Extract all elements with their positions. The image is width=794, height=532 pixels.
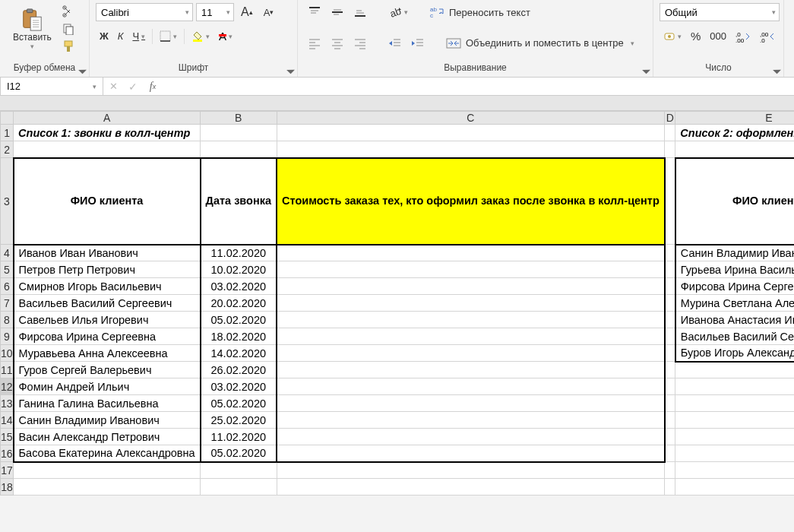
decrease-indent-button[interactable] bbox=[384, 35, 406, 52]
row-header-13[interactable]: 13 bbox=[1, 395, 14, 412]
accounting-format-button[interactable] bbox=[660, 28, 685, 45]
row-header-3[interactable]: 3 bbox=[1, 158, 14, 245]
cell[interactable]: 05.02.2020 bbox=[201, 395, 277, 412]
row-header-2[interactable]: 2 bbox=[1, 141, 14, 158]
bold-button[interactable]: Ж bbox=[96, 28, 112, 44]
cell[interactable] bbox=[277, 295, 665, 312]
cell[interactable] bbox=[201, 141, 277, 158]
font-name-combo[interactable]: Calibri bbox=[96, 3, 193, 21]
row-header-16[interactable]: 16 bbox=[1, 445, 14, 462]
cell[interactable] bbox=[665, 362, 675, 378]
cell[interactable]: 11.02.2020 bbox=[201, 429, 277, 445]
cell[interactable] bbox=[277, 429, 665, 445]
cell[interactable]: 20.02.2020 bbox=[201, 295, 277, 312]
cell[interactable] bbox=[277, 378, 665, 395]
cell[interactable]: Санин Владимир Иванович bbox=[675, 245, 794, 261]
cell[interactable] bbox=[201, 462, 277, 479]
cell[interactable] bbox=[665, 278, 675, 295]
row-header-18[interactable]: 18 bbox=[1, 479, 14, 496]
cell[interactable] bbox=[665, 328, 675, 345]
cell[interactable]: Гуров Сергей Валерьевич bbox=[14, 362, 201, 378]
cell[interactable] bbox=[665, 261, 675, 278]
cell[interactable]: Васильев Василий Сергеевич bbox=[675, 328, 794, 345]
cell[interactable]: Иванова Анастасия Игоревна bbox=[675, 312, 794, 328]
cell[interactable]: 10.02.2020 bbox=[201, 261, 277, 278]
cell[interactable]: 25.02.2020 bbox=[201, 412, 277, 429]
cell[interactable]: 03.02.2020 bbox=[201, 378, 277, 395]
cell[interactable]: 26.02.2020 bbox=[201, 362, 277, 378]
cell[interactable]: Стоимость заказа тех, кто оформил заказ … bbox=[277, 158, 665, 245]
col-header-A[interactable]: A bbox=[14, 112, 201, 125]
cell[interactable] bbox=[675, 412, 794, 429]
cell[interactable] bbox=[665, 345, 675, 362]
cell[interactable]: 05.02.2020 bbox=[201, 445, 277, 462]
row-header-7[interactable]: 7 bbox=[1, 295, 14, 312]
cell[interactable]: ФИО клиента bbox=[14, 158, 201, 245]
select-all-corner[interactable] bbox=[1, 112, 14, 125]
row-header-10[interactable]: 10 bbox=[1, 345, 14, 362]
font-color-button[interactable]: A bbox=[215, 27, 236, 45]
borders-button[interactable] bbox=[156, 28, 181, 44]
align-left-button[interactable] bbox=[304, 35, 325, 52]
cell[interactable] bbox=[665, 312, 675, 328]
cell[interactable] bbox=[665, 429, 675, 445]
cell[interactable]: Васин Александр Петрович bbox=[14, 429, 201, 445]
fill-color-button[interactable] bbox=[188, 28, 214, 45]
cell[interactable] bbox=[277, 445, 665, 462]
cell[interactable]: Гурьева Ирина Васильевна bbox=[675, 261, 794, 278]
paste-button[interactable]: Вставить ▾ bbox=[6, 4, 59, 54]
merge-center-button[interactable]: Объединить и поместить в центре bbox=[442, 34, 638, 52]
cell[interactable]: Ганина Галина Васильевна bbox=[14, 395, 201, 412]
cell[interactable]: Муравьева Анна Алексеевна bbox=[14, 345, 201, 362]
cell[interactable]: 03.02.2020 bbox=[201, 278, 277, 295]
cell[interactable] bbox=[277, 395, 665, 412]
cell[interactable] bbox=[665, 245, 675, 261]
cell[interactable] bbox=[675, 445, 794, 462]
cell[interactable]: Фирсова Ирина Сергеевна bbox=[675, 278, 794, 295]
cell[interactable] bbox=[675, 462, 794, 479]
cell[interactable] bbox=[14, 479, 201, 496]
spreadsheet-grid[interactable]: ABCDEFG1Список 1: звонки в колл-центрСпи… bbox=[0, 111, 794, 496]
cell[interactable]: 11.02.2020 bbox=[201, 245, 277, 261]
copy-button[interactable] bbox=[59, 21, 78, 37]
col-header-E[interactable]: E bbox=[675, 112, 794, 125]
cell[interactable]: Васильев Василий Сергеевич bbox=[14, 295, 201, 312]
cell[interactable] bbox=[277, 245, 665, 261]
cell[interactable] bbox=[665, 158, 675, 245]
fb-cancel[interactable]: ✕ bbox=[103, 78, 123, 95]
row-header-15[interactable]: 15 bbox=[1, 429, 14, 445]
cell[interactable]: Смирнов Игорь Васильевич bbox=[14, 278, 201, 295]
italic-button[interactable]: К bbox=[114, 28, 128, 44]
increase-indent-button[interactable] bbox=[407, 35, 429, 52]
cell[interactable] bbox=[277, 328, 665, 345]
comma-button[interactable]: 000 bbox=[706, 28, 730, 44]
row-header-11[interactable]: 11 bbox=[1, 362, 14, 378]
cell[interactable]: Санин Владимир Иванович bbox=[14, 412, 201, 429]
row-header-4[interactable]: 4 bbox=[1, 245, 14, 261]
cell[interactable] bbox=[665, 479, 675, 496]
align-center-button[interactable] bbox=[327, 35, 348, 52]
cell[interactable] bbox=[675, 378, 794, 395]
cell[interactable] bbox=[665, 395, 675, 412]
cell[interactable] bbox=[675, 362, 794, 378]
cell[interactable] bbox=[277, 312, 665, 328]
cell[interactable]: 18.02.2020 bbox=[201, 328, 277, 345]
align-middle-button[interactable] bbox=[327, 4, 348, 21]
cell[interactable]: Буров Игорь Александрович bbox=[675, 345, 794, 362]
wrap-text-button[interactable]: abc Переносить текст bbox=[425, 3, 534, 21]
col-header-D[interactable]: D bbox=[665, 112, 675, 125]
cell[interactable]: Фомин Андрей Ильич bbox=[14, 378, 201, 395]
cell[interactable] bbox=[277, 141, 665, 158]
col-header-B[interactable]: B bbox=[201, 112, 277, 125]
row-header-8[interactable]: 8 bbox=[1, 312, 14, 328]
orientation-button[interactable]: ab bbox=[384, 3, 412, 21]
cell[interactable] bbox=[277, 261, 665, 278]
row-header-12[interactable]: 12 bbox=[1, 378, 14, 395]
shrink-font-button[interactable]: A▾ bbox=[260, 5, 278, 21]
cell[interactable] bbox=[675, 395, 794, 412]
row-header-1[interactable]: 1 bbox=[1, 125, 14, 141]
cell[interactable] bbox=[277, 462, 665, 479]
cell[interactable] bbox=[201, 479, 277, 496]
cell[interactable] bbox=[665, 412, 675, 429]
row-header-17[interactable]: 17 bbox=[1, 462, 14, 479]
